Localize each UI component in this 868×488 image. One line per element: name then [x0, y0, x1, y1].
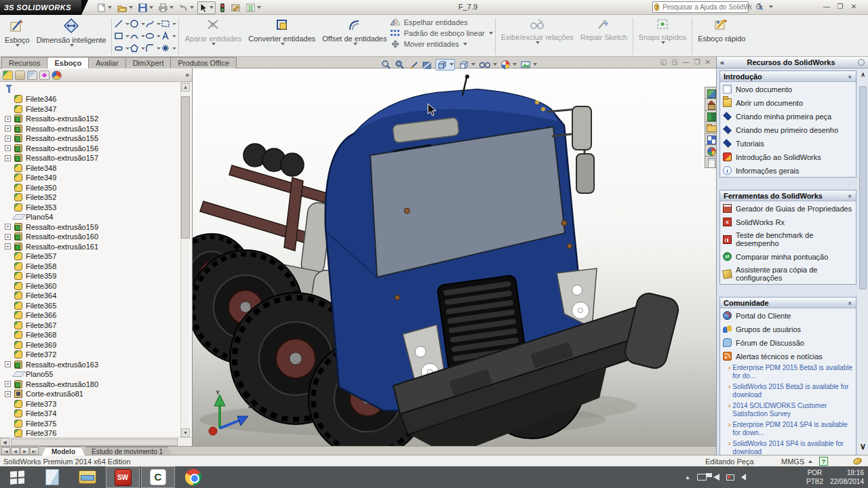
toolbox-tab-icon[interactable]	[705, 133, 717, 145]
power-icon[interactable]	[726, 474, 734, 481]
taskbar-clock[interactable]: 18:16 22/08/2014	[830, 468, 864, 486]
tree-item[interactable]: Filete364	[0, 291, 180, 301]
expand-icon[interactable]: +	[5, 224, 11, 230]
doc-restore-icon[interactable]: ❐	[694, 58, 701, 66]
start-button[interactable]	[0, 466, 34, 488]
pattern-box-icon[interactable]	[161, 18, 176, 30]
view-palette-tab-icon[interactable]	[705, 87, 717, 99]
pane-link-introduc-a-o-ao-solidworks[interactable]: Introdução ao SolidWorks	[720, 150, 856, 163]
move-entities-button[interactable]: Mover entidades	[390, 40, 492, 48]
property-manager-tab[interactable]	[15, 70, 25, 80]
new-document-icon[interactable]	[95, 2, 113, 14]
truck-3d-model[interactable]	[193, 68, 716, 446]
print-icon[interactable]	[157, 2, 175, 14]
next-tab-icon[interactable]: ▶	[20, 447, 29, 455]
pane-link-fo-rum-de-discussa-o[interactable]: Fórum de Discussão	[720, 336, 856, 349]
section-view-icon[interactable]	[422, 60, 432, 70]
news-link[interactable]: ›Enterprise PDM 2014 SP4 is available fo…	[720, 420, 856, 439]
pane-link-portal-do-cliente[interactable]: Portal do Cliente	[720, 308, 856, 322]
tree-item[interactable]: Filete376	[0, 428, 180, 437]
tree-item[interactable]: +Ressalto-extrusão160	[0, 232, 180, 242]
circle-icon[interactable]	[130, 18, 145, 30]
tree-item[interactable]: +Ressalto-extrusão163	[0, 360, 180, 370]
polygon-icon[interactable]	[130, 42, 145, 54]
text-icon[interactable]	[161, 30, 176, 42]
panel-overflow-icon[interactable]: »	[185, 71, 189, 79]
display-style-icon[interactable]	[458, 60, 475, 70]
pane-link-novo-documento[interactable]: Novo documento	[720, 82, 856, 96]
sketch-button[interactable]: Esboço	[1, 16, 33, 56]
tree-item[interactable]: Filete373	[0, 399, 180, 409]
arc-icon[interactable]	[130, 30, 145, 42]
zoom-to-fit-icon[interactable]	[381, 60, 391, 70]
appearances-tab-icon[interactable]	[705, 144, 717, 157]
task-pane-scrollbar[interactable]: ∧ ∨	[858, 68, 868, 455]
units-selector[interactable]: MMGS	[781, 458, 804, 466]
file-explorer-tab-icon[interactable]	[705, 121, 717, 134]
tab-produtos-office[interactable]: Produtos Office	[170, 57, 237, 68]
hide-show-items-icon[interactable]	[479, 60, 497, 69]
tree-item[interactable]: +Ressalto-extrusão152	[0, 114, 180, 124]
select-tool-icon[interactable]	[197, 1, 216, 14]
doc-close-icon[interactable]: ✕	[705, 58, 711, 66]
tree-vertical-scrollbar[interactable]: ▲ ▼	[180, 83, 189, 437]
tree-horizontal-scrollbar[interactable]: ◀	[0, 437, 192, 446]
viewport-split2-icon[interactable]: ◳	[671, 58, 677, 66]
expand-icon[interactable]: +	[5, 125, 11, 131]
search-input[interactable]	[661, 3, 753, 12]
tree-item[interactable]: Filete367	[0, 321, 180, 331]
expand-icon[interactable]: +	[5, 155, 11, 161]
edit-appearance-icon[interactable]	[500, 60, 517, 70]
pin-icon[interactable]	[858, 59, 865, 66]
taskbar-camtasia[interactable]: C	[141, 466, 175, 488]
pane-link-alertas-te-cnicos-e-noti-cias[interactable]: Alertas técnicos e notícias	[720, 349, 856, 363]
display-delete-relations-button[interactable]: Exibir/excluir relações	[498, 16, 577, 56]
smart-dimension-button[interactable]: Dimensão inteligente	[33, 16, 110, 56]
tree-item[interactable]: Filete368	[0, 330, 180, 340]
undo-icon[interactable]	[177, 2, 195, 14]
solidworks-resources-tab-icon[interactable]	[705, 98, 717, 110]
tree-item[interactable]: Filete348	[0, 163, 180, 174]
tree-item[interactable]: +Ressalto-extrusão155	[0, 134, 180, 144]
tree-item[interactable]: Filete357	[0, 251, 180, 262]
tree-item[interactable]: Filete358	[0, 262, 180, 272]
tree-item[interactable]: Filete366	[0, 310, 180, 321]
expand-icon[interactable]: +	[5, 116, 11, 122]
tree-item[interactable]: Filete353	[0, 203, 180, 213]
linear-sketch-pattern-button[interactable]: Padrão de esboço linear	[390, 29, 492, 37]
expand-icon[interactable]: +	[5, 391, 11, 397]
tree-item[interactable]: +Ressalto-extrusão161	[0, 242, 180, 252]
taskbar-chrome[interactable]	[176, 466, 210, 488]
collapse-section-icon[interactable]: »	[846, 195, 855, 198]
restore-icon[interactable]: ❐	[835, 3, 845, 11]
news-link[interactable]: ›Enterprise PDM 2015 Beta3 is available …	[720, 363, 856, 382]
quick-tips-icon[interactable]: ?	[819, 457, 828, 466]
scroll-left-icon[interactable]: ◀	[0, 438, 9, 446]
pane-link-teste-de-benchmark-de-desempenho[interactable]: Teste de benchmark de desempenho	[720, 228, 856, 249]
pane-link-comparar-minha-pontuac-a-o[interactable]: Comparar minha pontuação	[720, 249, 856, 263]
spline-icon[interactable]	[145, 18, 161, 30]
tree-scroll-thumb[interactable]	[181, 96, 190, 239]
open-document-icon[interactable]	[115, 2, 134, 14]
section-header[interactable]: Ferramentas do SolidWorks»	[720, 190, 856, 201]
slot-icon[interactable]	[114, 42, 130, 54]
viewport-split-icon[interactable]: ◱	[660, 58, 667, 66]
tree-item[interactable]: Filete360	[0, 281, 180, 291]
sketch-fillet-icon[interactable]	[145, 42, 161, 54]
pane-link-informac-o-es-gerais[interactable]: Informações gerais	[720, 163, 856, 177]
pane-link-gerador-de-guias-de-propriedades[interactable]: Gerador de Guias de Propriedades	[720, 201, 856, 215]
mirror-entities-button[interactable]: Espelhar entidades	[390, 18, 492, 26]
offset-entities-button[interactable]: Offset de entidades	[319, 16, 390, 56]
tree-item[interactable]: Filete359	[0, 271, 180, 281]
pane-link-assistente-para-co-pia-de-configurac-o-es[interactable]: Assistente para cópia de configurações	[720, 263, 856, 284]
display-manager-tab[interactable]	[52, 70, 62, 80]
collapse-section-icon[interactable]: »	[846, 75, 855, 79]
language-indicator[interactable]: POR PTB2	[806, 468, 823, 486]
news-link[interactable]: ›SolidWorks 2015 Beta3 is available for …	[720, 382, 856, 401]
repair-sketch-button[interactable]: Repair Sketch	[577, 16, 631, 56]
quick-snaps-button[interactable]: Snaps rápidos	[635, 16, 690, 56]
tree-item[interactable]: Filete369	[0, 340, 180, 350]
tree-item[interactable]: +Ressalto-extrusão180	[0, 380, 180, 390]
help-icon[interactable]: ?	[754, 3, 764, 11]
zoom-to-area-icon[interactable]	[395, 60, 405, 70]
